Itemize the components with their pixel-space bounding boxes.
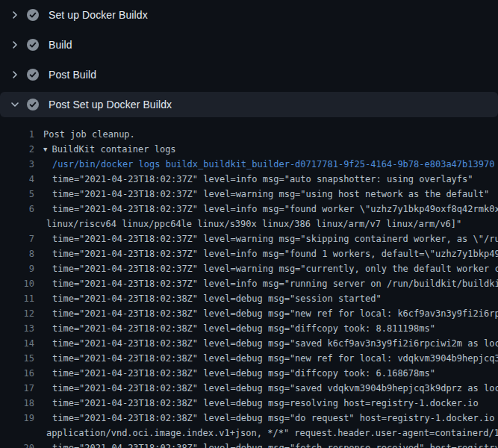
actions-log-panel: Set up Docker Buildx Build Post Build Po… [0,0,498,448]
log-text: time="2021-04-23T18:02:37Z" level=warnin… [52,234,498,244]
log-line: 13 time="2021-04-23T18:02:38Z" level=deb… [0,321,498,336]
log-text: time="2021-04-23T18:02:38Z" level=debug … [52,338,498,349]
log-text: time="2021-04-23T18:02:38Z" level=debug … [52,413,498,423]
log-line: 14 time="2021-04-23T18:02:38Z" level=deb… [0,336,498,351]
log-text: Post job cleanup. [43,129,135,140]
log-line: application/vnd.oci.image.index.v1+json,… [0,426,498,441]
step-row[interactable]: Post Build [0,60,498,90]
log-line: 15 time="2021-04-23T18:02:38Z" level=deb… [0,351,498,366]
log-line-number[interactable]: 15 [0,351,34,366]
check-circle-icon [27,39,39,51]
log-line-number[interactable]: 19 [0,411,34,426]
collapse-triangle-icon[interactable]: ▼ [43,142,47,157]
log-line: 3 /usr/bin/docker logs buildx_buildkit_b… [0,157,498,172]
log-line-number[interactable]: 7 [0,231,34,246]
chevron-right-icon [9,39,21,51]
step-row[interactable]: Build [0,30,498,60]
log-text: time="2021-04-23T18:02:37Z" level=warnin… [52,264,498,274]
log-line-number[interactable]: 14 [0,336,34,351]
log-text: time="2021-04-23T18:02:38Z" level=debug … [52,443,498,448]
log-line-number[interactable]: 13 [0,321,34,336]
log-text: time="2021-04-23T18:02:37Z" level=info m… [52,279,498,289]
log-text: time="2021-04-23T18:02:38Z" level=debug … [52,293,382,304]
step-label: Post Set up Docker Buildx [49,99,172,111]
log-text: time="2021-04-23T18:02:38Z" level=debug … [52,368,435,379]
log-text: application/vnd.oci.image.index.v1+json,… [46,428,498,438]
step-label: Set up Docker Buildx [49,9,148,21]
log-line-number[interactable]: 18 [0,396,34,411]
log-text: time="2021-04-23T18:02:38Z" level=debug … [52,308,498,319]
log-line-number[interactable]: 2 [0,142,34,157]
log-line: 2 ▼BuildKit container logs [0,142,498,157]
chevron-down-icon [9,99,21,111]
log-container[interactable]: 1 Post job cleanup. 2 ▼BuildKit containe… [0,119,498,448]
log-text: time="2021-04-23T18:02:38Z" level=debug … [52,383,498,393]
steps-list: Set up Docker Buildx Build Post Build Po… [0,0,498,117]
chevron-right-icon [9,9,21,21]
log-line: 20 time="2021-04-23T18:02:38Z" level=deb… [0,441,498,448]
log-line-number[interactable]: 10 [0,276,34,291]
log-line: 1 Post job cleanup. [0,127,498,142]
log-line: 16 time="2021-04-23T18:02:38Z" level=deb… [0,366,498,381]
step-row[interactable]: Set up Docker Buildx [0,0,498,30]
log-text: time="2021-04-23T18:02:37Z" level=info m… [52,174,473,184]
log-line: 4 time="2021-04-23T18:02:37Z" level=info… [0,172,498,187]
log-line: linux/riscv64 linux/ppc64le linux/s390x … [0,217,498,231]
log-text: time="2021-04-23T18:02:37Z" level=info m… [52,204,498,214]
log-line-number[interactable]: 6 [0,202,34,217]
log-line-number[interactable]: 11 [0,291,34,306]
check-circle-icon [27,69,39,81]
log-line-number[interactable] [0,426,34,441]
log-line-number[interactable]: 8 [0,246,34,261]
log-line-number[interactable]: 4 [0,172,34,187]
check-circle-icon [27,9,39,21]
log-line-number[interactable]: 3 [0,157,34,172]
log-text: linux/riscv64 linux/ppc64le linux/s390x … [46,219,461,229]
step-label: Post Build [49,69,96,81]
check-circle-icon [27,99,39,111]
log-line-number[interactable]: 17 [0,381,34,396]
log-line: 18 time="2021-04-23T18:02:38Z" level=deb… [0,396,498,411]
log-line: 5 time="2021-04-23T18:02:37Z" level=warn… [0,187,498,202]
log-line-number[interactable]: 12 [0,306,34,321]
log-line: 10 time="2021-04-23T18:02:37Z" level=inf… [0,276,498,291]
log-text: time="2021-04-23T18:02:37Z" level=warnin… [52,189,489,199]
log-line: 17 time="2021-04-23T18:02:38Z" level=deb… [0,381,498,396]
log-line-number[interactable]: 16 [0,366,34,381]
log-line-number[interactable]: 1 [0,127,34,142]
log-line: 11 time="2021-04-23T18:02:38Z" level=deb… [0,291,498,306]
log-line-number[interactable]: 5 [0,187,34,202]
chevron-right-icon [9,69,21,81]
log-text: /usr/bin/docker logs buildx_buildkit_bui… [52,159,494,169]
log-line: 12 time="2021-04-23T18:02:38Z" level=deb… [0,306,498,321]
log-line-number[interactable] [0,217,34,231]
log-line: 6 time="2021-04-23T18:02:37Z" level=info… [0,202,498,217]
log-text: BuildKit container logs [52,144,175,155]
log-line-number[interactable]: 9 [0,261,34,276]
log-text: time="2021-04-23T18:02:37Z" level=info m… [52,249,498,259]
log-text: time="2021-04-23T18:02:38Z" level=debug … [52,398,479,408]
step-row[interactable]: Post Set up Docker Buildx [0,92,498,117]
log-text: time="2021-04-23T18:02:38Z" level=debug … [52,323,435,334]
log-line: 19 time="2021-04-23T18:02:38Z" level=deb… [0,411,498,426]
log-line-number[interactable]: 20 [0,441,34,448]
log-text: time="2021-04-23T18:02:38Z" level=debug … [52,353,498,364]
log-line: 9 time="2021-04-23T18:02:37Z" level=warn… [0,261,498,276]
log-line: 8 time="2021-04-23T18:02:37Z" level=info… [0,246,498,261]
log-line: 7 time="2021-04-23T18:02:37Z" level=warn… [0,231,498,246]
step-label: Build [49,39,72,51]
